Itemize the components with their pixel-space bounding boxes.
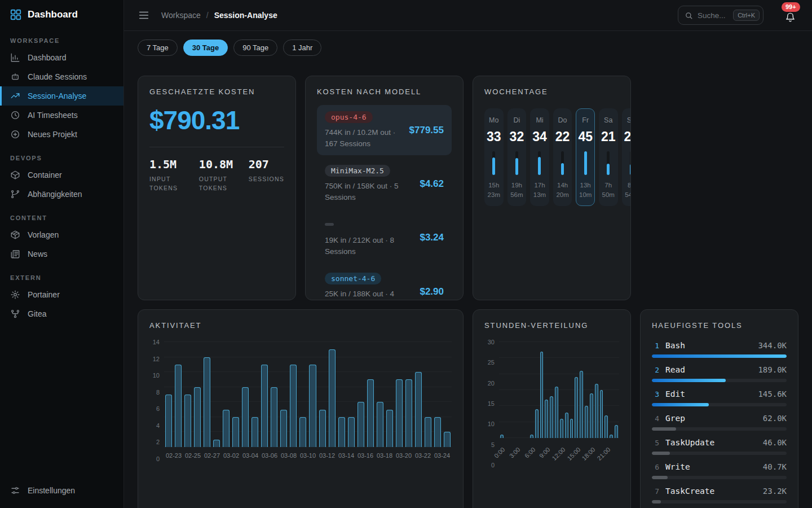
bar [595,384,598,438]
sidebar-item-portainer[interactable]: Portainer [0,285,123,304]
filter-90-tage[interactable]: 90 Tage [233,40,277,56]
plot-wrap: 02-2302-2502-2703-0203-0403-0603-0803-10… [164,342,452,459]
tool-name: Bash [665,341,752,350]
weekday-so[interactable]: So208h54m [622,108,631,206]
stat-label: INPUT TOKENS [149,175,184,193]
topbar: Workspace / Session-Analyse Suche... Ctr… [124,0,812,31]
bars [500,342,618,438]
sidebar-item-neues-projekt[interactable]: Neues Projekt [0,125,123,144]
tool-bar-track [652,379,787,382]
stat-sessions: 207SESSIONS [249,157,284,193]
weekday-do[interactable]: Do2214h20m [553,108,572,206]
tool-head: 4Grep62.0K [652,414,787,423]
sidebar-item-label: Session-Analyse [28,91,86,100]
weekday-mi[interactable]: Mi3417h13m [530,108,549,206]
tool-head: 6Write40.7K [652,462,787,471]
newspaper-icon [10,249,20,259]
filter-1-jahr[interactable]: 1 Jahr [283,40,321,56]
y-tick-label: 5 [491,441,495,448]
tool-value: 62.0K [763,414,787,423]
breadcrumb-parent[interactable]: Workspace [161,11,201,20]
plot-wrap: 0:003:006:009:0012:0015:0018:0021:00 [499,342,619,465]
sidebar-item-abh-ngigkeiten[interactable]: Abhängigkeiten [0,185,123,204]
model-usage-detail: 19K in / 212K out · 8 Sessions [325,235,413,257]
bar-chart-icon [10,52,20,63]
tool-bar-fill [652,452,670,455]
brand: Dashboard [0,0,123,27]
x-axis-labels: 0:003:006:009:0012:0015:0018:0021:00 [499,443,619,465]
sidebar-item-news[interactable]: News [0,244,123,264]
weekday-count: 33 [487,129,501,144]
git-branch-icon [10,189,20,199]
model-row-empty: 19K in / 212K out · 8 Sessions$3.24 [317,212,452,263]
tool-value: 189.0K [758,365,787,374]
sidebar-item-gitea[interactable]: Gitea [0,304,123,323]
tool-name: TaskUpdate [665,438,757,447]
weekday-bar-track [492,151,495,175]
weekday-fr[interactable]: Fr4513h10m [576,108,595,206]
weekday-time: 14h20m [556,181,568,199]
y-axis: 051015202530 [484,342,499,465]
sidebar-item-dashboard[interactable]: Dashboard [0,48,123,67]
sidebar: Dashboard WORKSPACEDashboardClaude Sessi… [0,0,124,508]
filter-7-tage[interactable]: 7 Tage [138,40,178,56]
tool-bar-fill [652,403,709,406]
weekday-sa[interactable]: Sa217h50m [599,108,618,206]
weekday-count: 21 [601,129,616,144]
tool-bar-fill [652,379,726,382]
weekday-bar-track [538,151,541,175]
weekday-bar-fill [492,157,495,175]
tool-rank: 7 [652,487,659,496]
search-input[interactable]: Suche... Ctrl+K [678,6,764,25]
sidebar-item-session-analyse[interactable]: Session-Analyse [0,86,123,106]
notifications-button[interactable]: 99+ [784,8,798,23]
x-axis-labels: 02-2302-2502-2703-0203-0403-0603-0803-10… [164,452,452,459]
x-tick-label: 02-23 [164,452,183,459]
weekday-count: 20 [624,129,631,144]
weekday-mo[interactable]: Mo3315h23m [484,108,504,206]
model-info: opus-4-6744K in / 10.2M out · 167 Sessio… [325,111,403,149]
model-info: MiniMax-M2.5750K in / 158K out · 5 Sessi… [325,165,413,203]
search-icon [685,11,693,20]
weekday-bar-track [515,151,518,175]
x-tick-label: 02-27 [202,452,222,459]
model-name-pill: sonnet-4-6 [325,273,381,284]
git-fork-icon [10,309,20,319]
bar [585,406,588,438]
weekday-columns: Mo3315h23mDi3219h56mMi3417h13mDo2214h20m… [484,108,619,206]
breadcrumb-current: Session-Analyse [214,11,277,20]
x-tick-label: 03-10 [298,452,317,459]
menu-toggle-button[interactable] [138,8,151,22]
weekday-time: 19h56m [510,181,523,199]
tool-name: Read [665,365,752,374]
model-cost: $4.62 [420,178,444,190]
sidebar-item-ai-timesheets[interactable]: AI Timesheets [0,106,123,125]
topbar-right: Suche... Ctrl+K 99+ [678,6,798,25]
tool-head: 1Bash344.0K [652,341,787,350]
plot-area [164,342,452,447]
x-tick-label: 02-25 [183,452,202,459]
sidebar-item-einstellungen[interactable]: Einstellungen [0,480,123,501]
sidebar-item-claude-sessions[interactable]: Claude Sessions [0,67,123,86]
bar [232,417,239,447]
y-tick-label: 6 [156,405,160,412]
card-title: AKTIVITAET [149,321,452,330]
x-tick-label: 03-12 [317,452,337,459]
sidebar-item-label: Container [28,170,62,179]
sidebar-item-label: Neues Projekt [28,130,77,139]
weekday-bar-fill [607,164,610,175]
stat-value: 1.5M [149,157,184,171]
weekday-di[interactable]: Di3219h56m [508,108,527,206]
bar [615,425,618,438]
brand-name: Dashboard [28,9,78,20]
x-tick-label: 3:00 [508,446,522,459]
breadcrumb: Workspace / Session-Analyse [161,11,277,20]
tool-list: 1Bash344.0K2Read189.0K3Edit145.6K4Grep62… [652,341,787,508]
sidebar-item-vorlagen[interactable]: Vorlagen [0,225,123,244]
bar [610,435,613,438]
filter-30-tage[interactable]: 30 Tage [183,40,228,56]
sidebar-item-container[interactable]: Container [0,165,123,185]
tool-rank: 2 [652,366,659,374]
bar [590,393,593,438]
model-usage-detail: 744K in / 10.2M out · 167 Sessions [325,127,403,149]
